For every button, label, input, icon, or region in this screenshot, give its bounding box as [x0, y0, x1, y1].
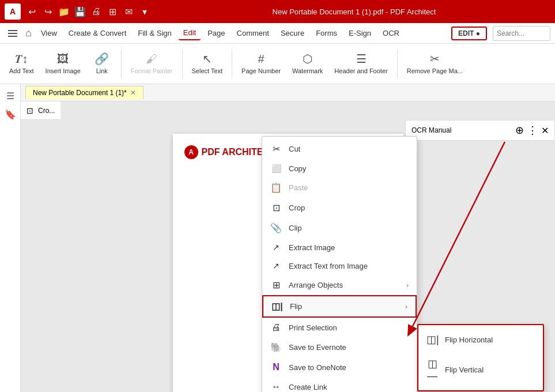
- add-text-icon: 𝑻↕: [15, 52, 28, 66]
- cut-icon: ✂: [270, 144, 282, 154]
- sidebar-pages-icon[interactable]: ☰: [3, 89, 17, 103]
- menu-fill-sign[interactable]: Fill & Sign: [133, 27, 176, 40]
- ocr-actions: ⊕ ⋮ ✕: [515, 124, 549, 137]
- sidebar-left: ☰ 🔖: [0, 84, 21, 392]
- document-canvas: ⊡ Cro... OCR Manual ⊕ ⋮ ✕ A PDF ARCHITE: [21, 101, 555, 392]
- add-text-button[interactable]: 𝑻↕ Add Text: [5, 50, 39, 77]
- add-text-label: Add Text: [9, 67, 34, 75]
- sidebar-bookmarks-icon[interactable]: 🔖: [3, 107, 17, 121]
- ctx-arrange[interactable]: ⊞ Arrange Objects ›: [262, 275, 417, 295]
- header-footer-label: Header and Footer: [334, 67, 387, 75]
- menu-comment[interactable]: Comment: [232, 27, 274, 40]
- print-button[interactable]: 🖨: [90, 5, 103, 18]
- header-footer-icon: ☰: [356, 52, 367, 66]
- ctx-arrange-label: Arrange Objects: [289, 281, 399, 289]
- ctx-save-evernote[interactable]: 🐘 Save to Evernote: [262, 337, 417, 357]
- remove-page-button[interactable]: ✂ Remove Page Ma...: [402, 50, 467, 77]
- document-tab-label: New Portable Document 1 (1)*: [33, 89, 127, 97]
- edit-badge[interactable]: EDIT ●: [451, 27, 487, 40]
- ctx-clip[interactable]: 📎 Clip: [262, 218, 417, 238]
- ocr-close-icon[interactable]: ✕: [541, 125, 549, 136]
- ctx-crop-label: Crop: [289, 203, 409, 212]
- ctx-print-selection[interactable]: 🖨 Print Selection: [262, 318, 417, 337]
- ctx-extract-text[interactable]: ↗ Extract Text from Image: [262, 257, 417, 275]
- link-button[interactable]: 🔗 Link: [88, 50, 116, 77]
- insert-image-icon: 🖼: [57, 52, 69, 66]
- menu-edit[interactable]: Edit: [179, 26, 201, 40]
- toolbar: 𝑻↕ Add Text 🖼 Insert Image 🔗 Link 🖌 Form…: [0, 44, 555, 84]
- ctx-evernote-label: Save to Evernote: [289, 343, 409, 352]
- flip-arrow-icon: ›: [405, 303, 407, 311]
- select-text-button[interactable]: ↖ Select Text: [187, 50, 228, 77]
- save-button[interactable]: 💾: [74, 5, 86, 18]
- extract-image-icon: ↗: [270, 243, 282, 252]
- header-footer-button[interactable]: ☰ Header and Footer: [330, 50, 392, 77]
- ctx-save-onenote[interactable]: N Save to OneNote: [262, 357, 417, 377]
- flip-submenu: ◫| Flip Horizontal ◫— Flip Vertical: [417, 324, 544, 391]
- flip-vertical-item[interactable]: ◫— Flip Vertical: [418, 352, 543, 388]
- ctx-paste[interactable]: 📋 Paste: [262, 178, 417, 198]
- ctx-copy[interactable]: ⬜ Copy: [262, 159, 417, 178]
- logo-a-circle: A: [184, 145, 198, 159]
- format-painter-label: Format Painter: [131, 67, 173, 75]
- watermark-label: Watermark: [292, 67, 323, 75]
- arrange-icon: ⊞: [270, 280, 282, 291]
- document-tab[interactable]: New Portable Document 1 (1)* ✕: [25, 86, 144, 99]
- link-icon: 🔗: [95, 52, 109, 66]
- undo-button[interactable]: ↩: [25, 5, 38, 18]
- ocr-panel: OCR Manual ⊕ ⋮ ✕: [405, 120, 555, 141]
- remove-page-icon: ✂: [430, 52, 440, 66]
- page-number-label: Page Number: [241, 67, 281, 75]
- ocr-more-icon[interactable]: ⋮: [527, 124, 538, 137]
- context-menu: ✂ Cut ⬜ Copy 📋 Paste ⊡ Crop 📎 Clip: [262, 136, 417, 392]
- ctx-create-link[interactable]: ↔ Create Link: [262, 377, 417, 392]
- grid-button[interactable]: ⊞: [106, 5, 119, 18]
- document-area: ☰ 🔖 New Portable Document 1 (1)* ✕ ⊡ Cro…: [0, 84, 555, 392]
- menu-create-convert[interactable]: Create & Convert: [64, 27, 131, 40]
- ocr-add-icon[interactable]: ⊕: [515, 124, 524, 137]
- home-button[interactable]: ⌂: [23, 25, 34, 42]
- menu-view[interactable]: View: [36, 27, 62, 40]
- ctx-flip-label: Flip: [290, 302, 398, 311]
- flip-icon: ◫|: [271, 301, 283, 312]
- ctx-crop[interactable]: ⊡ Crop: [262, 198, 417, 218]
- hamburger-menu[interactable]: [5, 25, 21, 42]
- ctx-cut-label: Cut: [289, 145, 409, 153]
- email-button[interactable]: ✉: [122, 5, 135, 18]
- ocr-label: OCR Manual: [411, 126, 451, 134]
- ctx-copy-label: Copy: [289, 164, 409, 173]
- format-painter-button[interactable]: 🖌 Format Painter: [126, 50, 178, 77]
- print-selection-icon: 🖨: [270, 322, 282, 333]
- ctx-cut[interactable]: ✂ Cut: [262, 139, 417, 159]
- title-bar: A ↩ ↪ 📁 💾 🖨 ⊞ ✉ ▾ New Portable Document …: [0, 0, 555, 23]
- remove-page-label: Remove Page Ma...: [407, 67, 463, 75]
- menu-secure[interactable]: Secure: [276, 27, 309, 40]
- crop-menu-icon: ⊡: [270, 202, 282, 213]
- menu-page[interactable]: Page: [203, 27, 229, 40]
- evernote-icon: 🐘: [270, 342, 282, 353]
- menu-forms[interactable]: Forms: [311, 27, 342, 40]
- menu-ocr[interactable]: OCR: [378, 27, 404, 40]
- ctx-extract-image[interactable]: ↗ Extract Image: [262, 238, 417, 257]
- document-content: New Portable Document 1 (1)* ✕ ⊡ Cro... …: [21, 84, 555, 392]
- svg-line-1: [413, 142, 505, 326]
- paste-icon: 📋: [270, 182, 282, 193]
- redo-button[interactable]: ↪: [41, 5, 54, 18]
- window-title: New Portable Document 1 (1).pdf - PDF Ar…: [158, 7, 550, 16]
- menu-esign[interactable]: E-Sign: [344, 27, 376, 40]
- watermark-button[interactable]: ⬡ Watermark: [288, 50, 327, 77]
- search-input[interactable]: [493, 26, 550, 41]
- ctx-flip[interactable]: ◫| Flip ›: [262, 295, 417, 318]
- document-tab-close[interactable]: ✕: [130, 89, 136, 97]
- toolbar-divider-3: [232, 50, 232, 78]
- toolbar-divider-1: [121, 50, 122, 78]
- ctx-print-selection-label: Print Selection: [289, 323, 409, 332]
- toolbar-divider-4: [397, 50, 398, 78]
- insert-image-button[interactable]: 🖼 Insert Image: [41, 50, 85, 77]
- crop-label: Cro...: [38, 107, 55, 115]
- page-number-button[interactable]: # Page Number: [237, 50, 285, 77]
- flip-horizontal-item[interactable]: ◫| Flip Horizontal: [418, 327, 543, 352]
- ctx-extract-image-label: Extract Image: [289, 243, 409, 252]
- open-button[interactable]: 📁: [58, 5, 70, 18]
- more-button[interactable]: ▾: [138, 5, 151, 18]
